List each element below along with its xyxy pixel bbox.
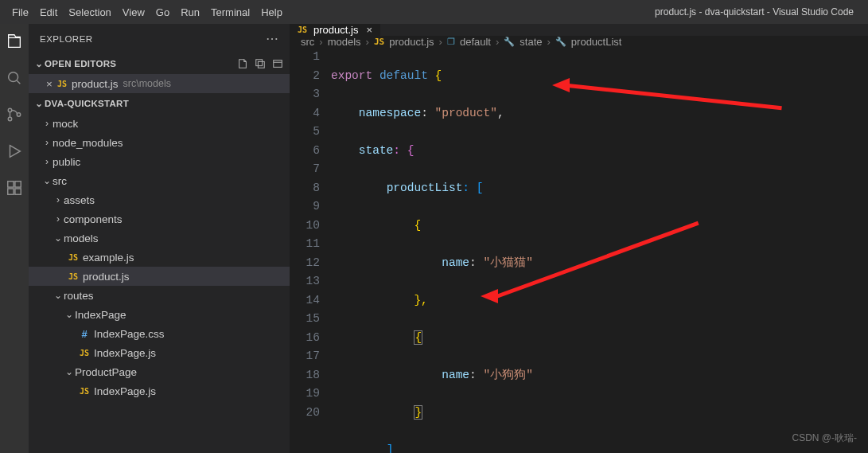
- chevron-down-icon: ⌄: [33, 58, 45, 69]
- close-icon[interactable]: ×: [363, 24, 372, 36]
- svg-rect-4: [8, 182, 14, 187]
- tree-folder-node-modules[interactable]: ›node_modules: [29, 133, 290, 152]
- chevron-right-icon: ›: [41, 137, 53, 148]
- chevron-down-icon: ⌄: [53, 290, 64, 301]
- tab-product[interactable]: JS product.js ×: [290, 24, 381, 36]
- tree-folder-productpage[interactable]: ⌄ProductPage: [29, 362, 290, 381]
- line-gutter: 1234567891011121314151617181920: [290, 48, 331, 453]
- svg-rect-7: [15, 189, 21, 194]
- chevron-down-icon: ⌄: [64, 309, 75, 320]
- cursor: {: [414, 330, 422, 345]
- js-file-icon: JS: [298, 25, 307, 34]
- new-untitled-icon[interactable]: [235, 57, 250, 71]
- menu-run[interactable]: Run: [175, 0, 205, 24]
- menu-file[interactable]: File: [6, 0, 34, 24]
- svg-point-2: [8, 117, 11, 120]
- tree-folder-assets[interactable]: ›assets: [29, 190, 290, 209]
- chevron-right-icon: ›: [53, 194, 64, 205]
- tree-file-example[interactable]: JSexample.js: [29, 248, 290, 267]
- explorer-more-icon[interactable]: ⋯: [266, 31, 279, 46]
- open-editor-item[interactable]: × JS product.js src\models: [29, 74, 290, 93]
- menu-go[interactable]: Go: [150, 0, 175, 24]
- tree-file-indexpage-css[interactable]: #IndexPage.css: [29, 324, 290, 343]
- tree-file-product[interactable]: JSproduct.js: [29, 267, 290, 286]
- wrench-icon: 🔧: [504, 37, 515, 47]
- chevron-down-icon: ⌄: [33, 98, 45, 109]
- open-editor-file: product.js: [72, 78, 119, 90]
- explorer-sidebar: EXPLORER ⋯ ⌄ OPEN EDITORS × JS product.j…: [29, 24, 290, 453]
- js-file-icon: JS: [67, 251, 80, 264]
- bc-models[interactable]: models: [328, 36, 361, 48]
- chevron-right-icon: ›: [547, 36, 551, 48]
- chevron-right-icon: ›: [53, 213, 64, 225]
- tree-folder-routes[interactable]: ⌄routes: [29, 286, 290, 305]
- svg-rect-5: [15, 182, 21, 187]
- menu-help[interactable]: Help: [255, 0, 288, 24]
- svg-rect-9: [258, 61, 264, 68]
- tree-folder-mock[interactable]: ›mock: [29, 114, 290, 133]
- chevron-down-icon: ⌄: [64, 366, 75, 377]
- code-area[interactable]: 1234567891011121314151617181920 export d…: [290, 48, 868, 453]
- css-file-icon: #: [78, 327, 91, 340]
- js-file-icon: JS: [78, 385, 91, 397]
- breadcrumbs[interactable]: src › models › JS product.js › ❐ default…: [290, 36, 868, 48]
- watermark: CSDN @-耿瑞-: [792, 432, 857, 445]
- chevron-right-icon: ›: [41, 118, 53, 129]
- tree-file-indexpage-js2[interactable]: JSIndexPage.js: [29, 381, 290, 400]
- open-editors-label: OPEN EDITORS: [45, 59, 116, 68]
- window-title: product.js - dva-quickstart - Visual Stu…: [288, 6, 862, 18]
- debug-icon[interactable]: [5, 142, 24, 161]
- symbol-icon: ❐: [447, 37, 455, 47]
- source-control-icon[interactable]: [5, 105, 24, 124]
- menu-selection[interactable]: Selection: [63, 0, 116, 24]
- chevron-right-icon: ›: [41, 156, 53, 167]
- chevron-down-icon: ⌄: [53, 232, 64, 244]
- js-file-icon: JS: [67, 270, 80, 283]
- svg-point-1: [8, 108, 11, 111]
- tree-folder-components[interactable]: ›components: [29, 209, 290, 228]
- bc-productlist[interactable]: productList: [571, 36, 622, 48]
- svg-rect-8: [256, 60, 263, 66]
- bc-state[interactable]: state: [520, 36, 542, 48]
- bc-src[interactable]: src: [301, 36, 314, 48]
- activity-bar: [0, 24, 29, 453]
- chevron-right-icon: ›: [366, 36, 369, 48]
- close-icon[interactable]: ×: [43, 78, 56, 90]
- menu-terminal[interactable]: Terminal: [205, 0, 255, 24]
- tree-file-indexpage-js[interactable]: JSIndexPage.js: [29, 343, 290, 362]
- code-lines[interactable]: export default { namespace: "product", s…: [331, 48, 868, 453]
- svg-rect-6: [8, 189, 14, 194]
- tab-label: product.js: [313, 24, 358, 36]
- explorer-icon[interactable]: [5, 32, 24, 51]
- js-file-icon: JS: [56, 77, 68, 90]
- chevron-right-icon: ›: [439, 36, 442, 48]
- tree-folder-src[interactable]: ⌄src: [29, 171, 290, 190]
- search-icon[interactable]: [5, 68, 24, 88]
- chevron-right-icon: ›: [496, 36, 499, 48]
- menubar: File Edit Selection View Go Run Terminal…: [0, 0, 868, 24]
- tree-folder-public[interactable]: ›public: [29, 152, 290, 171]
- wrench-icon: 🔧: [555, 37, 566, 47]
- menu-edit[interactable]: Edit: [34, 0, 63, 24]
- js-file-icon: JS: [374, 37, 384, 47]
- svg-point-0: [9, 72, 18, 82]
- save-all-icon[interactable]: [253, 57, 267, 71]
- open-editor-path: src\models: [123, 78, 171, 89]
- editor-tabs: JS product.js ×: [290, 24, 868, 36]
- close-all-icon[interactable]: [271, 57, 285, 71]
- chevron-right-icon: ›: [319, 36, 322, 48]
- extensions-icon[interactable]: [5, 178, 24, 197]
- project-label: DVA-QUICKSTART: [45, 99, 129, 108]
- bc-file[interactable]: product.js: [389, 36, 434, 48]
- file-tree: ›mock ›node_modules ›public ⌄src ›assets…: [29, 114, 290, 400]
- js-file-icon: JS: [78, 346, 91, 359]
- chevron-down-icon: ⌄: [41, 175, 53, 186]
- tree-folder-models[interactable]: ⌄models: [29, 228, 290, 248]
- bc-default[interactable]: default: [460, 36, 491, 48]
- project-header[interactable]: ⌄ DVA-QUICKSTART: [29, 93, 290, 114]
- open-editors-header[interactable]: ⌄ OPEN EDITORS: [29, 53, 290, 74]
- editor: JS product.js × src › models › JS produc…: [290, 24, 868, 453]
- menu-view[interactable]: View: [117, 0, 150, 24]
- tree-folder-indexpage[interactable]: ⌄IndexPage: [29, 305, 290, 324]
- explorer-title: EXPLORER: [40, 34, 93, 44]
